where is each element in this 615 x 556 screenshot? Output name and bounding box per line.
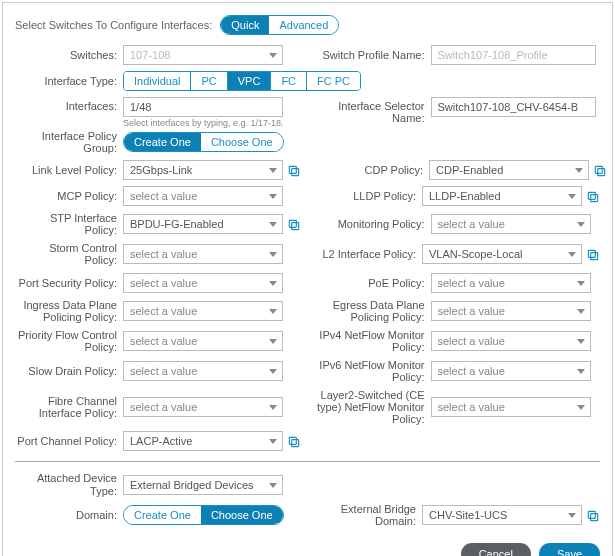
l2nf-select[interactable]: select a value [431, 397, 591, 417]
fci-label: Fibre Channel Interface Policy: [15, 395, 123, 419]
interfaces-input[interactable]: 1/48 [123, 97, 283, 117]
mode-prompt: Select Switches To Configure Interfaces: [15, 19, 212, 31]
svg-rect-1 [289, 167, 296, 174]
portchannel-label: Port Channel Policy: [15, 435, 123, 447]
svg-rect-2 [598, 169, 605, 176]
domain-create[interactable]: Create One [124, 506, 201, 524]
storm-select[interactable]: select a value [123, 244, 283, 264]
storm-label: Storm Control Policy: [15, 242, 123, 266]
slowdrain-label: Slow Drain Policy: [15, 365, 123, 377]
monitoring-label: Monitoring Policy: [313, 218, 431, 230]
slowdrain-select[interactable]: select a value [123, 361, 283, 381]
ipg-create[interactable]: Create One [124, 133, 201, 151]
mode-quick[interactable]: Quick [221, 16, 269, 34]
ipg-pill: Create One Choose One [123, 132, 284, 152]
domain-choose[interactable]: Choose One [201, 506, 283, 524]
attached-device-label: Attached Device Type: [15, 472, 123, 496]
poe-label: PoE Policy: [313, 277, 431, 289]
svg-rect-8 [591, 253, 598, 260]
switch-profile-input[interactable]: Switch107-108_Profile [431, 45, 596, 65]
copy-icon[interactable] [287, 164, 301, 178]
iface-type-vpc[interactable]: VPC [228, 72, 272, 90]
inner-footer: Cancel Save [15, 543, 600, 556]
ext-bridge-label: External Bridge Domain: [304, 503, 422, 527]
lldp-label: LLDP Policy: [304, 190, 422, 202]
l2iface-label: L2 Interface Policy: [304, 248, 422, 260]
iface-type-individual[interactable]: Individual [124, 72, 191, 90]
svg-rect-11 [289, 438, 296, 445]
portsec-label: Port Security Policy: [15, 277, 123, 289]
svg-rect-10 [292, 440, 299, 447]
cancel-button-inner[interactable]: Cancel [461, 543, 531, 556]
mode-header: Select Switches To Configure Interfaces:… [15, 15, 600, 35]
domain-label: Domain: [15, 509, 123, 521]
svg-rect-7 [289, 221, 296, 228]
copy-icon[interactable] [593, 164, 607, 178]
ipg-choose[interactable]: Choose One [201, 133, 283, 151]
iface-type-seg: Individual PC VPC FC FC PC [123, 71, 361, 91]
svg-rect-0 [292, 169, 299, 176]
portsec-select[interactable]: select a value [123, 273, 283, 293]
switches-select[interactable]: 107-108 [123, 45, 283, 65]
interfaces-hint: Select interfaces by typing, e.g. 1/17-1… [123, 118, 284, 128]
pfc-select[interactable]: select a value [123, 331, 283, 351]
copy-icon[interactable] [586, 248, 600, 262]
mcp-select[interactable]: select a value [123, 186, 283, 206]
link-level-label: Link Level Policy: [15, 164, 123, 176]
switch-profile-label: Switch Profile Name: [313, 49, 431, 61]
copy-icon[interactable] [586, 509, 600, 523]
pfc-label: Priority Flow Control Policy: [15, 329, 123, 353]
cdp-label: CDP Policy: [311, 164, 429, 176]
iface-type-fc[interactable]: FC [271, 72, 307, 90]
stp-select[interactable]: BPDU-FG-Enabled [123, 214, 283, 234]
divider [15, 461, 600, 462]
l2nf-label: Layer2-Switched (CE type) NetFlow Monito… [313, 389, 431, 425]
iface-type-fcpc[interactable]: FC PC [307, 72, 360, 90]
ipv6nf-select[interactable]: select a value [431, 361, 591, 381]
svg-rect-9 [588, 251, 595, 258]
link-level-select[interactable]: 25Gbps-Link [123, 160, 283, 180]
portchannel-select[interactable]: LACP-Active [123, 431, 283, 451]
svg-rect-5 [588, 193, 595, 200]
iface-type-label: Interface Type: [15, 75, 123, 87]
iface-selector-label: Interface Selector Name: [313, 97, 431, 124]
copy-icon[interactable] [287, 218, 301, 232]
poe-select[interactable]: select a value [431, 273, 591, 293]
copy-icon[interactable] [287, 435, 301, 449]
svg-rect-4 [591, 195, 598, 202]
attached-device-select[interactable]: External Bridged Devices [123, 475, 283, 495]
iface-type-pc[interactable]: PC [191, 72, 227, 90]
fci-select[interactable]: select a value [123, 397, 283, 417]
interfaces-label: Interfaces: [15, 97, 123, 112]
domain-pill: Create One Choose One [123, 505, 284, 525]
ipv4nf-select[interactable]: select a value [431, 331, 591, 351]
mcp-label: MCP Policy: [15, 190, 123, 202]
switches-label: Switches: [15, 49, 123, 61]
stp-label: STP Interface Policy: [15, 212, 123, 236]
save-button[interactable]: Save [539, 543, 600, 556]
svg-rect-13 [588, 511, 595, 518]
lldp-select[interactable]: LLDP-Enabled [422, 186, 582, 206]
ipv4nf-label: IPv4 NetFlow Monitor Policy: [313, 329, 431, 353]
egressdp-label: Egress Data Plane Policing Policy: [313, 299, 431, 323]
svg-rect-6 [292, 223, 299, 230]
config-panel: Select Switches To Configure Interfaces:… [2, 2, 613, 556]
mode-advanced[interactable]: Advanced [269, 16, 338, 34]
svg-rect-12 [591, 513, 598, 520]
ext-bridge-select[interactable]: CHV-Site1-UCS [422, 505, 582, 525]
l2iface-select[interactable]: VLAN-Scope-Local [422, 244, 582, 264]
mode-pill: Quick Advanced [220, 15, 339, 35]
iface-selector-input[interactable]: Switch107-108_CHV-6454-B [431, 97, 596, 117]
monitoring-select[interactable]: select a value [431, 214, 591, 234]
ipg-label: Interface Policy Group: [15, 130, 123, 154]
ipv6nf-label: IPv6 NetFlow Monitor Policy: [313, 359, 431, 383]
copy-icon[interactable] [586, 190, 600, 204]
ingressdp-select[interactable]: select a value [123, 301, 283, 321]
ingressdp-label: Ingress Data Plane Policing Policy: [15, 299, 123, 323]
egressdp-select[interactable]: select a value [431, 301, 591, 321]
svg-rect-3 [595, 167, 602, 174]
cdp-select[interactable]: CDP-Enabled [429, 160, 589, 180]
